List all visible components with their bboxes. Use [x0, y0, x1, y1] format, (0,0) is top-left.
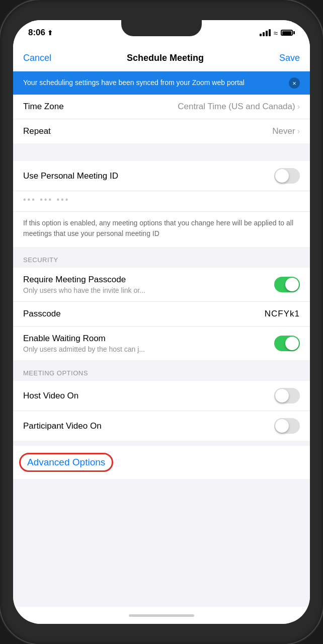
- participant-video-row: Participant Video On: [13, 411, 310, 441]
- repeat-label: Repeat: [23, 126, 51, 136]
- time-display: 8:06: [28, 28, 45, 38]
- waiting-room-subtitle: Only users admitted by the host can j...: [23, 345, 269, 353]
- repeat-row[interactable]: Repeat Never ›: [13, 119, 310, 143]
- host-video-label: Host Video On: [23, 391, 78, 401]
- personal-meeting-label: Use Personal Meeting ID: [23, 171, 118, 181]
- security-section-header: SECURITY: [13, 247, 310, 268]
- timezone-chevron-icon: ›: [297, 102, 300, 111]
- timezone-value: Central Time (US and Canada) ›: [178, 102, 300, 112]
- personal-meeting-section: Use Personal Meeting ID ••• ••• ••• If t…: [13, 161, 310, 247]
- sync-banner-close-button[interactable]: ×: [289, 77, 300, 89]
- meeting-options-header: MEETING OPTIONS: [13, 360, 310, 381]
- require-passcode-label: Require Meeting Passcode: [23, 275, 269, 285]
- separator-2: [13, 441, 310, 446]
- battery-icon: [281, 30, 295, 36]
- status-icons: ≈: [260, 29, 295, 37]
- bottom-spacer: [13, 479, 310, 509]
- wifi-icon: ≈: [274, 29, 278, 37]
- phone-screen: 8:06 ⬆ ≈ Cancel: [13, 20, 310, 624]
- page-title: Schedule Meeting: [127, 53, 204, 63]
- sync-banner-text: Your scheduling settings have been synce…: [23, 78, 289, 88]
- phone-frame: 8:06 ⬆ ≈ Cancel: [0, 0, 323, 644]
- waiting-room-label: Enable Waiting Room: [23, 334, 269, 344]
- save-button[interactable]: Save: [279, 53, 300, 63]
- toggle-knob-4: [275, 389, 289, 403]
- repeat-value: Never ›: [272, 126, 300, 136]
- host-video-row: Host Video On: [13, 381, 310, 411]
- timezone-label: Time Zone: [23, 102, 64, 112]
- require-passcode-row: Require Meeting Passcode Only users who …: [13, 268, 310, 302]
- require-passcode-label-group: Require Meeting Passcode Only users who …: [23, 275, 274, 294]
- personal-meeting-info: If this option is enabled, any meeting o…: [13, 212, 310, 247]
- separator-1: [13, 143, 310, 161]
- advanced-options-highlight: [19, 453, 113, 472]
- personal-meeting-id: ••• ••• •••: [13, 191, 310, 212]
- home-bar: [129, 614, 194, 617]
- content-area[interactable]: Time Zone Central Time (US and Canada) ›…: [13, 95, 310, 607]
- waiting-room-label-group: Enable Waiting Room Only users admitted …: [23, 334, 274, 353]
- waiting-room-toggle[interactable]: [274, 336, 300, 351]
- location-icon: ⬆: [47, 29, 53, 37]
- passcode-label: Passcode: [23, 309, 61, 319]
- cancel-button[interactable]: Cancel: [23, 53, 51, 63]
- waiting-room-row: Enable Waiting Room Only users admitted …: [13, 327, 310, 360]
- nav-header: Cancel Schedule Meeting Save: [13, 45, 310, 71]
- advanced-options-highlight-wrapper: Advanced Options: [23, 455, 109, 470]
- toggle-knob: [275, 169, 289, 183]
- timezone-row[interactable]: Time Zone Central Time (US and Canada) ›: [13, 95, 310, 119]
- sync-banner: Your scheduling settings have been synce…: [13, 71, 310, 95]
- participant-video-toggle[interactable]: [274, 418, 300, 434]
- timezone-section: Time Zone Central Time (US and Canada) ›…: [13, 95, 310, 143]
- require-passcode-subtitle: Only users who have the invite link or..…: [23, 286, 269, 294]
- status-time: 8:06 ⬆: [28, 28, 53, 38]
- signal-icon: [260, 29, 271, 36]
- repeat-chevron-icon: ›: [297, 127, 300, 136]
- security-options-section: Require Meeting Passcode Only users who …: [13, 268, 310, 360]
- advanced-options-container: Advanced Options: [13, 446, 310, 479]
- toggle-knob-2: [285, 278, 299, 291]
- require-passcode-toggle[interactable]: [274, 277, 300, 292]
- toggle-knob-3: [285, 337, 299, 350]
- passcode-value: NCFYk1: [265, 309, 300, 319]
- host-video-toggle[interactable]: [274, 388, 300, 404]
- toggle-knob-5: [275, 419, 289, 433]
- passcode-row[interactable]: Passcode NCFYk1: [13, 302, 310, 327]
- home-indicator: [13, 607, 310, 624]
- personal-meeting-row: Use Personal Meeting ID: [13, 161, 310, 191]
- notch: [121, 20, 202, 36]
- personal-meeting-toggle[interactable]: [274, 168, 300, 184]
- meeting-options-section: Host Video On Participant Video On: [13, 381, 310, 441]
- participant-video-label: Participant Video On: [23, 421, 102, 431]
